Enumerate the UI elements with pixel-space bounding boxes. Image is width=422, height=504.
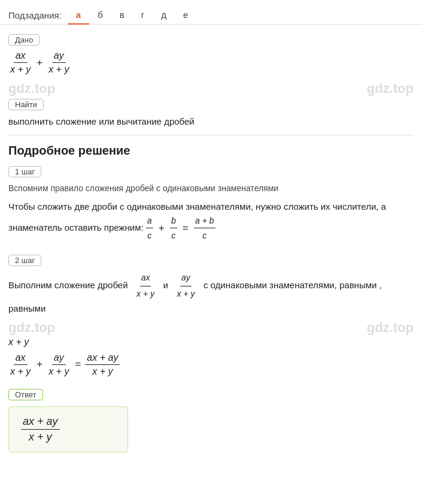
step2-res-frac3: ax + ay x + y	[85, 352, 120, 377]
step2-badge: 2 шаг	[8, 255, 41, 266]
plus-op1: +	[37, 57, 42, 69]
task-description: выполнить сложение или вычитание дробей	[8, 116, 414, 126]
given-frac2: ay x + y	[47, 50, 71, 75]
step1-badge: 1 шаг	[8, 166, 41, 177]
step2-result-formula: ax x + y + ay x + y = ax + ay x + y	[8, 352, 414, 377]
step1-short-text: Вспомним правило сложения дробей с одина…	[8, 182, 414, 195]
given-formula: ax x + y + ay x + y	[8, 50, 414, 75]
solution-section: Подробное решение 1 шаг Вспомним правило…	[8, 144, 414, 452]
tab-b[interactable]: б	[89, 6, 111, 25]
tabs-bar: Подзадания: а б в г д е	[0, 0, 422, 25]
tab-d[interactable]: д	[153, 6, 175, 25]
step-2: 2 шаг Выполним сложение дробей ax x + y …	[8, 255, 414, 377]
tab-e[interactable]: е	[175, 6, 196, 25]
tab-g[interactable]: г	[133, 6, 153, 25]
denom-line: x + y	[8, 337, 414, 348]
step2-frac2: ay x + y	[175, 271, 196, 301]
answer-box: ax + ay x + y	[8, 406, 128, 452]
tab-v[interactable]: в	[111, 6, 133, 25]
denom-value: равными	[8, 303, 45, 313]
main-content: Дано ax x + y + ay x + y gdz.top gdz.top…	[0, 25, 422, 464]
given-frac1: ax x + y	[8, 50, 32, 75]
step1-frac2: b c	[170, 214, 177, 243]
tab-a[interactable]: а	[68, 6, 89, 25]
step1-main-text: Чтобы сложить две дроби с одинаковыми зн…	[8, 200, 414, 243]
step2-description: Выполним сложение дробей ax x + y и ay x…	[8, 271, 414, 316]
step1-frac1: a c	[146, 214, 153, 243]
answer-frac: ax + ay x + y	[21, 415, 60, 443]
answer-section: Ответ ax + ay x + y	[8, 389, 414, 452]
step-1: 1 шаг Вспомним правило сложения дробей с…	[8, 166, 414, 243]
step1-frac3: a + b c	[194, 214, 215, 243]
find-badge: Найти	[8, 99, 44, 110]
step2-res-frac1: ax x + y	[8, 352, 32, 377]
step2-frac1: ax x + y	[135, 271, 156, 301]
given-block: Дано ax x + y + ay x + y	[8, 34, 414, 75]
given-badge: Дано	[8, 34, 40, 46]
step2-res-frac2: ay x + y	[47, 352, 71, 377]
section-divider	[8, 135, 414, 135]
tabs-label: Подзадания:	[8, 10, 62, 20]
answer-badge: Ответ	[8, 389, 43, 400]
find-block: Найти выполнить сложение или вычитание д…	[8, 99, 414, 126]
solution-title: Подробное решение	[8, 144, 414, 158]
